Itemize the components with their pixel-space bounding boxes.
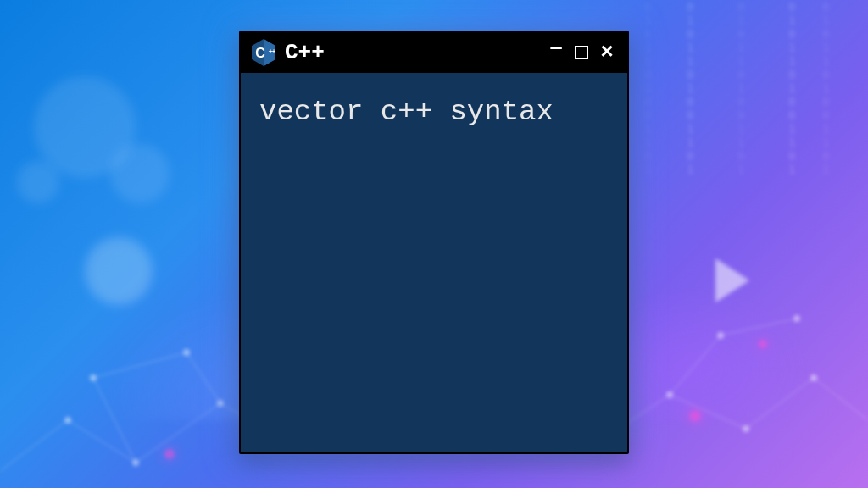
svg-line-4 [93,378,136,463]
svg-point-25 [759,340,767,348]
svg-line-11 [670,336,721,395]
cpp-logo-icon: C + + [251,38,276,67]
bg-binary-rain: 0 1 0 1 1 0 1 0 0 1 1 0 1 [788,0,798,176]
svg-line-9 [746,378,814,429]
minimize-button[interactable]: — [546,40,566,58]
maximize-button[interactable] [575,46,588,59]
titlebar[interactable]: C + + C++ — × [241,32,627,73]
svg-line-5 [93,352,186,378]
svg-line-8 [670,395,746,429]
svg-point-17 [183,349,190,356]
svg-point-24 [689,410,701,422]
svg-point-15 [217,400,224,407]
window-title: C++ [285,40,537,65]
bg-binary-rain: 0 1 0 1 1 0 1 0 0 1 1 0 1 [687,0,697,176]
terminal-window: C + + C++ — × vector c++ syntax [239,30,629,454]
window-controls: — × [546,42,617,64]
svg-point-13 [64,417,71,424]
svg-point-23 [164,449,175,459]
svg-point-19 [743,425,749,432]
svg-point-16 [90,374,97,381]
svg-point-22 [793,315,800,322]
svg-point-18 [666,391,673,398]
bg-binary-rain: 0 1 0 1 1 0 1 0 0 1 1 0 1 [822,0,832,176]
svg-text:C: C [255,46,265,60]
svg-line-2 [136,403,220,463]
svg-line-10 [814,378,868,420]
bg-binary-rain: 0 1 0 1 1 0 1 0 0 1 1 0 1 [644,0,654,176]
svg-line-0 [0,420,68,471]
svg-point-14 [132,459,139,466]
svg-point-20 [810,374,817,381]
terminal-content[interactable]: vector c++ syntax [241,73,627,452]
svg-line-12 [721,319,797,336]
svg-text:+: + [272,48,275,54]
bg-binary-rain: 0 1 0 1 1 0 1 0 0 1 1 0 1 [737,0,748,176]
close-button[interactable]: × [597,42,617,64]
svg-line-6 [186,352,220,403]
svg-point-21 [717,332,724,339]
